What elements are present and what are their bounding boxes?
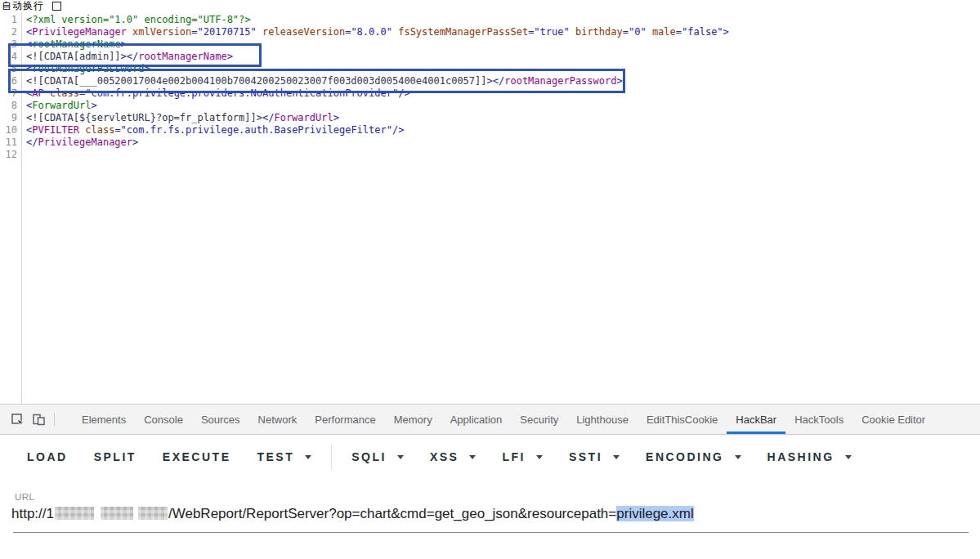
xml-line: <![CDATA[${servletURL}?op=fr_platform]]>… [26, 112, 980, 124]
redacted-host-block [138, 507, 168, 520]
url-path-text: /WebReport/ReportServer?op=chart&cmd=get… [168, 506, 616, 521]
tab-sources[interactable]: Sources [192, 405, 249, 434]
split-button[interactable]: SPLIT [81, 442, 150, 472]
annotation-box-root-manager-password [8, 69, 625, 93]
line-number: 9 [0, 112, 21, 124]
redacted-host-block [101, 507, 133, 520]
chevron-down-icon [735, 455, 741, 459]
tab-hacktools[interactable]: HackTools [785, 405, 852, 434]
hackbar-url-panel: URL http://1/WebReport/ReportServer?op=c… [0, 479, 980, 559]
url-input[interactable]: http://1/WebReport/ReportServer?op=chart… [11, 506, 694, 522]
tab-security[interactable]: Security [511, 405, 567, 434]
devtools-tabs: ElementsConsoleSourcesNetworkPerformance… [73, 405, 934, 434]
annotation-box-root-manager-name [8, 43, 262, 67]
hackbar-group-separator [331, 445, 332, 469]
tabbar-separator [54, 413, 55, 426]
xml-viewer: 123456789101112 <?xml version="1.0" enco… [0, 12, 980, 404]
hackbar-button-label: SSTI [569, 450, 602, 463]
xml-line: <PrivilegeManager xmlVersion="20170715" … [26, 26, 980, 38]
tab-lighthouse[interactable]: Lighthouse [567, 405, 638, 434]
line-number: 1 [0, 14, 21, 26]
line-number: 2 [0, 26, 21, 38]
chevron-down-icon [469, 455, 476, 459]
ssti-button[interactable]: SSTI [556, 442, 633, 472]
chevron-down-icon [845, 455, 852, 459]
line-number: 11 [0, 136, 21, 149]
test-button[interactable]: TEST [244, 442, 324, 472]
tab-elements[interactable]: Elements [73, 405, 135, 434]
hackbar-button-label: XSS [430, 450, 459, 463]
tab-network[interactable]: Network [249, 405, 307, 434]
line-number: 12 [0, 149, 21, 161]
xml-line: <PVFILTER class="com.fr.fs.privilege.aut… [26, 124, 980, 136]
hackbar-button-label: HASHING [767, 450, 835, 463]
lfi-button[interactable]: LFI [489, 442, 556, 472]
word-wrap-checkbox[interactable] [52, 2, 61, 11]
tab-performance[interactable]: Performance [306, 405, 384, 434]
hackbar-button-label: SQLI [351, 450, 387, 463]
execute-button[interactable]: EXECUTE [150, 442, 244, 472]
chevron-down-icon [536, 455, 543, 459]
redacted-host-block [55, 507, 94, 520]
tab-editthiscookie[interactable]: EditThisCookie [638, 405, 727, 434]
xml-line: </PrivilegeManager> [26, 136, 980, 149]
devtools-tool-icons [0, 405, 49, 434]
tab-memory[interactable]: Memory [385, 405, 441, 434]
chevron-down-icon [397, 455, 404, 459]
url-scheme-text: http://1 [11, 506, 54, 521]
xss-button[interactable]: XSS [417, 442, 490, 472]
load-button[interactable]: LOAD [14, 442, 81, 472]
wrap-toggle-bar: 自动换行 [0, 0, 980, 12]
hashing-button[interactable]: HASHING [754, 442, 865, 472]
tab-cookie-editor[interactable]: Cookie Editor [852, 405, 934, 434]
chevron-down-icon [305, 455, 311, 459]
devtools-tabbar: ElementsConsoleSourcesNetworkPerformance… [0, 404, 980, 435]
line-number: 10 [0, 124, 21, 136]
xml-line: <ForwardUrl> [26, 100, 980, 112]
hackbar-button-label: SPLIT [94, 450, 136, 463]
encoding-button[interactable]: ENCODING [633, 442, 754, 472]
tab-application[interactable]: Application [441, 405, 512, 434]
xml-line [26, 149, 980, 161]
hackbar-toolbar: LOADSPLITEXECUTETESTSQLIXSSLFISSTIENCODI… [0, 435, 980, 479]
hackbar-button-label: EXECUTE [163, 450, 231, 463]
hackbar-button-label: TEST [257, 450, 294, 463]
xml-line: <?xml version="1.0" encoding="UTF-8"?> [26, 14, 980, 26]
inspect-element-icon[interactable] [7, 409, 28, 430]
hackbar-button-label: ENCODING [646, 450, 723, 463]
chevron-down-icon [613, 455, 620, 459]
hackbar-button-label: LFI [502, 450, 526, 463]
device-toolbar-icon[interactable] [28, 409, 49, 430]
word-wrap-label: 自动换行 [2, 0, 44, 12]
url-field-label: URL [15, 492, 34, 502]
sqli-button[interactable]: SQLI [338, 442, 417, 472]
tab-hackbar[interactable]: HackBar [727, 405, 785, 434]
url-field-underline [13, 532, 969, 533]
line-number: 8 [0, 100, 21, 112]
url-selected-text: privilege.xml [616, 506, 693, 521]
tab-console[interactable]: Console [135, 405, 192, 434]
hackbar-button-label: LOAD [27, 450, 68, 463]
